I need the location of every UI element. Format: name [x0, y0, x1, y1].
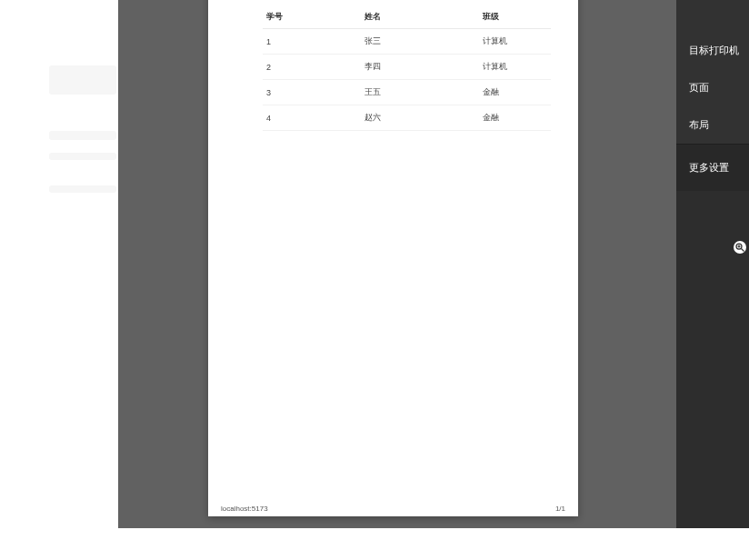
col-header-class: 班级 — [481, 5, 551, 29]
cell-id: 1 — [263, 29, 363, 55]
table-row: 2 李四 计算机 — [263, 55, 551, 80]
table-row: 1 张三 计算机 — [263, 29, 551, 55]
ghost-block — [49, 185, 116, 193]
settings-lower-group: 更多设置 — [676, 144, 749, 191]
cell-class: 金融 — [481, 80, 551, 105]
setting-more[interactable]: 更多设置 — [676, 145, 749, 191]
ghost-block — [49, 65, 116, 95]
zoom-in-icon[interactable] — [734, 241, 746, 254]
cell-id: 3 — [263, 80, 363, 105]
svg-line-1 — [742, 249, 744, 252]
cell-name: 张三 — [363, 29, 481, 55]
setting-target-printer[interactable]: 目标打印机 — [676, 0, 749, 69]
cell-name: 王五 — [363, 80, 481, 105]
cell-class: 计算机 — [481, 29, 551, 55]
page-footer-url: localhost:5173 — [221, 505, 268, 513]
setting-pages[interactable]: 页面 — [676, 69, 749, 106]
ghost-block — [49, 131, 116, 140]
background-ghost — [49, 65, 116, 229]
page-sheet: 学号 姓名 班级 1 张三 计算机 2 李四 计算机 — [208, 0, 578, 516]
ghost-block — [49, 153, 116, 160]
col-header-name: 姓名 — [363, 5, 481, 29]
table-row: 4 赵六 金融 — [263, 105, 551, 131]
cell-id: 2 — [263, 55, 363, 80]
cell-name: 李四 — [363, 55, 481, 80]
page-content: 学号 姓名 班级 1 张三 计算机 2 李四 计算机 — [263, 5, 551, 131]
table-header-row: 学号 姓名 班级 — [263, 5, 551, 29]
cell-id: 4 — [263, 105, 363, 131]
col-header-id: 学号 — [263, 5, 363, 29]
settings-upper-group: 目标打印机 页面 布局 — [676, 0, 749, 144]
cell-class: 金融 — [481, 105, 551, 131]
setting-layout[interactable]: 布局 — [676, 106, 749, 144]
page-footer-pagenum: 1/1 — [555, 505, 565, 513]
cell-class: 计算机 — [481, 55, 551, 80]
cell-name: 赵六 — [363, 105, 481, 131]
table-row: 3 王五 金融 — [263, 80, 551, 105]
print-settings-panel: 目标打印机 页面 布局 更多设置 — [676, 0, 749, 528]
print-preview-area: 学号 姓名 班级 1 张三 计算机 2 李四 计算机 — [118, 0, 676, 528]
data-table: 学号 姓名 班级 1 张三 计算机 2 李四 计算机 — [263, 5, 551, 131]
